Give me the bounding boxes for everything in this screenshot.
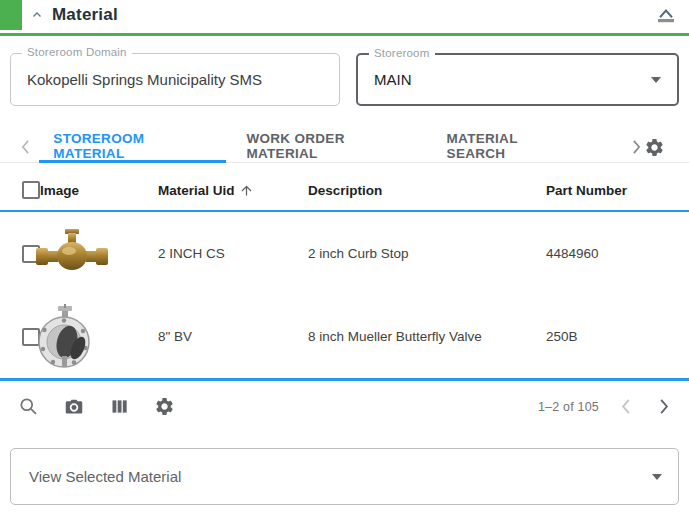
tab-work-order-material[interactable]: WORK ORDER MATERIAL (232, 132, 426, 163)
view-selected-material-select[interactable]: View Selected Material (10, 448, 679, 505)
storeroom-material-table: Image Material Uid Description Part Numb… (0, 170, 689, 381)
dropdown-caret-icon (652, 474, 662, 480)
camera-icon[interactable] (63, 396, 85, 418)
column-header-description[interactable]: Description (308, 183, 546, 198)
part-number-cell: 250B (546, 329, 689, 344)
sort-ascending-icon (239, 183, 254, 198)
material-panel-header: Material (0, 0, 689, 30)
search-icon[interactable] (18, 396, 39, 417)
material-uid-cell: 2 INCH CS (158, 246, 308, 261)
column-header-material-uid-label: Material Uid (158, 183, 235, 198)
part-number-cell: 4484960 (546, 246, 689, 261)
panel-accent-bar (0, 0, 22, 30)
storeroom-label: Storeroom (369, 47, 435, 59)
header-divider (0, 33, 689, 36)
brass-curb-stop-photo (36, 228, 108, 280)
column-header-material-uid[interactable]: Material Uid (158, 183, 308, 198)
storeroom-value: MAIN (358, 71, 412, 88)
tabs-settings-icon[interactable] (644, 137, 665, 158)
tab-material-search[interactable]: MATERIAL SEARCH (433, 132, 589, 163)
section-chevron-up-icon[interactable] (30, 8, 44, 22)
table-row[interactable]: 8" BV 8 inch Mueller Butterfly Valve 250… (0, 295, 689, 378)
material-uid-cell: 8" BV (158, 329, 308, 344)
column-header-image[interactable]: Image (40, 183, 158, 198)
tabs-scroll-left-icon[interactable] (18, 140, 33, 154)
dropdown-caret-icon (651, 77, 661, 83)
next-page-icon[interactable] (659, 399, 669, 414)
table-settings-icon[interactable] (154, 396, 175, 417)
select-all-checkbox[interactable] (22, 181, 40, 199)
page-title: Material (52, 5, 118, 25)
table-header-row: Image Material Uid Description Part Numb… (0, 170, 689, 212)
storeroom-domain-field[interactable]: Storeroom Domain Kokopelli Springs Munic… (10, 53, 340, 106)
table-toolbar: 1–2 of 105 (0, 381, 689, 432)
view-selected-material-label: View Selected Material (11, 468, 181, 485)
table-row[interactable]: 2 INCH CS 2 inch Curb Stop 4484960 (0, 212, 689, 295)
storeroom-domain-label: Storeroom Domain (22, 46, 132, 58)
description-cell: 8 inch Mueller Butterfly Valve (308, 329, 546, 344)
paginator: 1–2 of 105 (538, 399, 669, 414)
description-cell: 2 inch Curb Stop (308, 246, 546, 261)
tab-storeroom-material[interactable]: STOREROOM MATERIAL (39, 132, 226, 163)
material-tabs: STOREROOM MATERIAL WORK ORDER MATERIAL M… (0, 132, 689, 163)
filter-fields-row: Storeroom Domain Kokopelli Springs Munic… (0, 53, 689, 106)
tabs-scroll-right-icon[interactable] (629, 140, 644, 154)
pagination-range-label: 1–2 of 105 (538, 400, 599, 414)
collapse-panel-icon[interactable] (655, 4, 677, 26)
butterfly-valve-photo (36, 304, 96, 370)
previous-page-icon[interactable] (621, 399, 631, 414)
storeroom-select[interactable]: Storeroom MAIN (356, 53, 679, 106)
storeroom-domain-value: Kokopelli Springs Municipality SMS (11, 71, 262, 88)
view-columns-icon[interactable] (109, 396, 130, 417)
column-header-part-number[interactable]: Part Number (546, 183, 689, 198)
